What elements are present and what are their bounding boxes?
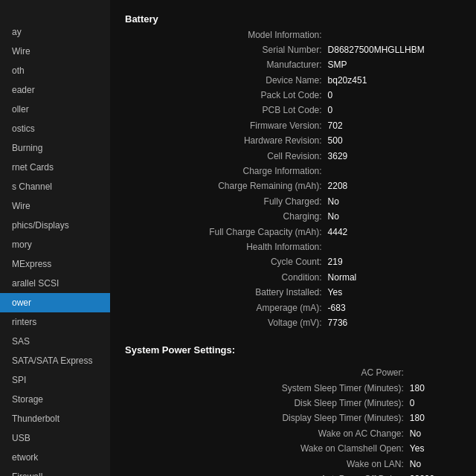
- hardware-rev-value: 500: [327, 134, 461, 149]
- firmware-value: 702: [327, 118, 461, 133]
- sidebar-item-thunderbolt[interactable]: Thunderbolt: [0, 409, 110, 428]
- sidebar-item-etwork[interactable]: etwork: [0, 448, 110, 467]
- manufacturer-label: Manufacturer:: [125, 58, 327, 73]
- table-row: Device Name: bq20z451: [125, 73, 461, 88]
- sidebar-item-ostics[interactable]: ostics: [0, 119, 110, 138]
- device-name-label: Device Name:: [125, 73, 327, 88]
- device-name-value: bq20z451: [327, 73, 461, 88]
- table-row: Battery Installed: Yes: [125, 286, 461, 300]
- display-sleep-label: Display Sleep Timer (Minutes):: [125, 411, 408, 426]
- battery-installed-value: Yes: [327, 286, 461, 300]
- autopoweroff-delay-value: 28800: [408, 472, 461, 476]
- table-row: System Sleep Timer (Minutes): 180: [125, 381, 461, 396]
- cycle-count-label: Cycle Count:: [125, 255, 327, 270]
- table-row: Health Information:: [125, 239, 461, 254]
- charging-value: No: [327, 210, 461, 225]
- voltage-label: Voltage (mV):: [125, 315, 327, 330]
- fully-charged-value: No: [327, 194, 461, 209]
- sidebar-item-sas[interactable]: SAS: [0, 332, 110, 351]
- sidebar-item-phics-displays[interactable]: phics/Displays: [0, 216, 110, 235]
- table-row: PCB Lot Code: 0: [125, 103, 461, 118]
- sidebar-item-eader[interactable]: eader: [0, 80, 110, 100]
- condition-label: Condition:: [125, 270, 327, 285]
- table-row: AC Power:: [125, 366, 461, 381]
- amperage-label: Amperage (mA):: [125, 300, 327, 315]
- table-row: Fully Charged: No: [125, 194, 461, 209]
- sidebar-item-storage[interactable]: Storage: [0, 390, 110, 409]
- disk-sleep-value: 0: [408, 396, 461, 411]
- sidebar-item-spi[interactable]: SPI: [0, 370, 110, 390]
- sidebar-item-firewall[interactable]: Firewall: [0, 467, 110, 476]
- serial-number-label: Serial Number:: [125, 42, 327, 57]
- sidebar-item-mory[interactable]: mory: [0, 235, 110, 254]
- health-section-label: Health Information:: [125, 239, 327, 254]
- firmware-label: Firmware Version:: [125, 118, 327, 133]
- sidebar-item-s-channel[interactable]: s Channel: [0, 177, 110, 196]
- sidebar-item-rnet-cards[interactable]: rnet Cards: [0, 158, 110, 177]
- manufacturer-value: SMP: [327, 58, 461, 73]
- wake-ac-value: No: [408, 426, 461, 441]
- table-row: Cell Revision: 3629: [125, 149, 461, 164]
- cycle-count-value: 219: [327, 255, 461, 270]
- pcb-lot-label: PCB Lot Code:: [125, 103, 327, 118]
- sidebar-item-usb[interactable]: USB: [0, 428, 110, 448]
- sidebar-item-rinters[interactable]: rinters: [0, 312, 110, 332]
- table-row: Wake on LAN: No: [125, 457, 461, 472]
- hardware-rev-label: Hardware Revision:: [125, 134, 327, 149]
- ac-power-label: AC Power:: [125, 366, 408, 381]
- voltage-value: 7736: [327, 315, 461, 330]
- wake-clamshell-label: Wake on Clamshell Open:: [125, 442, 408, 457]
- table-row: Wake on AC Change: No: [125, 426, 461, 441]
- battery-section-title: Battery: [125, 13, 461, 25]
- main-content: Battery Model Information: Serial Number…: [110, 0, 476, 476]
- table-row: Charge Information:: [125, 164, 461, 179]
- sidebar-item-sata[interactable]: SATA/SATA Express: [0, 351, 110, 370]
- divider: [125, 331, 461, 338]
- fully-charged-label: Fully Charged:: [125, 194, 327, 209]
- disk-sleep-label: Disk Sleep Timer (Minutes):: [125, 396, 408, 411]
- table-row: Cycle Count: 219: [125, 255, 461, 270]
- table-row: Charge Remaining (mAh): 2208: [125, 179, 461, 194]
- wake-clamshell-value: Yes: [408, 442, 461, 457]
- table-row: Amperage (mA): -683: [125, 300, 461, 315]
- sidebar-item-ower[interactable]: ower: [0, 293, 110, 312]
- table-row: Charging: No: [125, 210, 461, 225]
- amperage-value: -683: [327, 300, 461, 315]
- charge-section-label: Charge Information:: [125, 164, 327, 179]
- system-sleep-value: 180: [408, 381, 461, 396]
- wake-lan-label: Wake on LAN:: [125, 457, 408, 472]
- charge-remaining-label: Charge Remaining (mAh):: [125, 179, 327, 194]
- table-row: Disk Sleep Timer (Minutes): 0: [125, 396, 461, 411]
- cell-rev-value: 3629: [327, 149, 461, 164]
- sidebar-item-oth[interactable]: oth: [0, 61, 110, 80]
- table-row: Full Charge Capacity (mAh): 4442: [125, 225, 461, 239]
- sidebar-item-burning[interactable]: Burning: [0, 138, 110, 158]
- sidebar-item-oller[interactable]: oller: [0, 100, 110, 119]
- full-charge-cap-value: 4442: [327, 225, 461, 239]
- table-row: Serial Number: D86827500MHGLLHBM: [125, 42, 461, 57]
- divider2: [125, 358, 461, 366]
- table-row: Display Sleep Timer (Minutes): 180: [125, 411, 461, 426]
- autopoweroff-delay-label: AutoPowerOff Delay:: [125, 472, 408, 476]
- serial-number-value: D86827500MHGLLHBM: [327, 42, 461, 57]
- sidebar-item-ay[interactable]: ay: [0, 22, 110, 42]
- pcb-lot-value: 0: [327, 103, 461, 118]
- pack-lot-value: 0: [327, 89, 461, 103]
- charge-remaining-value: 2208: [327, 179, 461, 194]
- battery-info-table: Model Information: Serial Number: D86827…: [125, 28, 461, 331]
- table-row: Manufacturer: SMP: [125, 58, 461, 73]
- system-power-title: System Power Settings:: [125, 344, 461, 356]
- pack-lot-label: Pack Lot Code:: [125, 89, 327, 103]
- model-info-value: [327, 28, 461, 42]
- system-sleep-label: System Sleep Timer (Minutes):: [125, 381, 408, 396]
- wake-lan-value: No: [408, 457, 461, 472]
- sidebar-item-arallel-scsi[interactable]: arallel SCSI: [0, 274, 110, 293]
- cell-rev-label: Cell Revision:: [125, 149, 327, 164]
- sidebar-item-mexpress[interactable]: MExpress: [0, 254, 110, 274]
- sidebar-item-wire1[interactable]: Wire: [0, 42, 110, 61]
- battery-installed-label: Battery Installed:: [125, 286, 327, 300]
- sidebar-item-wire2[interactable]: Wire: [0, 196, 110, 216]
- table-row: Pack Lot Code: 0: [125, 89, 461, 103]
- wake-ac-label: Wake on AC Change:: [125, 426, 408, 441]
- sidebar: ay Wire oth eader oller ostics Burning r…: [0, 0, 110, 476]
